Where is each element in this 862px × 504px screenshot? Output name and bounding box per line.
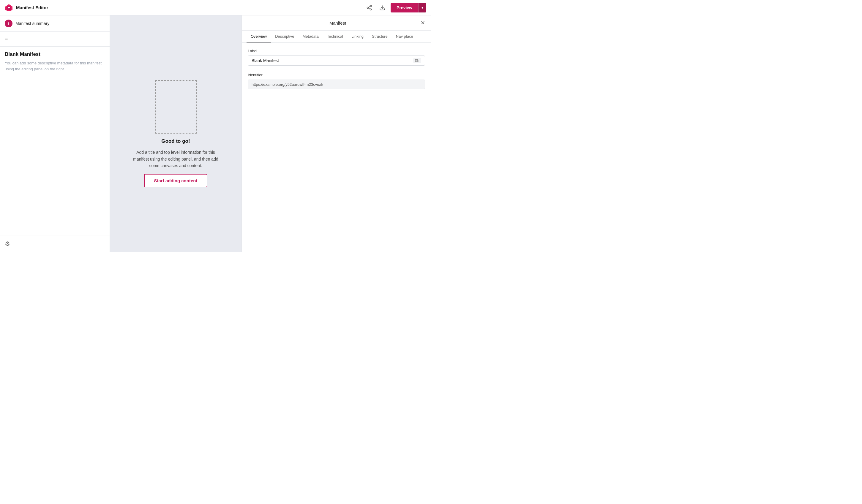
- manifest-name: Blank Manifest: [5, 51, 105, 57]
- app-header: Manifest Editor Preview ▾: [0, 0, 431, 15]
- label-field-label: Label: [248, 49, 425, 53]
- svg-point-4: [367, 7, 369, 8]
- preview-button[interactable]: Preview: [391, 3, 418, 12]
- logo-icon: [5, 3, 13, 12]
- label-field-value: Blank Manifest: [252, 58, 279, 63]
- sidebar-nav-area: ≡: [0, 32, 109, 47]
- panel-body: Label Blank Manifest EN Identifier https…: [242, 43, 431, 252]
- identifier-field-label: Identifier: [248, 73, 425, 77]
- svg-line-6: [368, 8, 370, 9]
- tab-nav-place[interactable]: Nav place: [392, 30, 417, 43]
- identifier-field-value: https://example.org/y52uaruwff-m23cvuak: [248, 80, 425, 89]
- settings-icon[interactable]: ⚙: [5, 240, 10, 247]
- sidebar: i Manifest summary ≡ Blank Manifest You …: [0, 15, 110, 252]
- svg-point-3: [370, 5, 371, 6]
- identifier-field-group: Identifier https://example.org/y52uaruwf…: [248, 73, 425, 89]
- canvas-good-to-go: Good to go!: [161, 138, 190, 144]
- svg-line-7: [368, 6, 370, 7]
- tab-metadata[interactable]: Metadata: [298, 30, 323, 43]
- panel-header: Manifest ✕: [242, 15, 431, 30]
- preview-dropdown-button[interactable]: ▾: [418, 3, 426, 12]
- label-field-group: Label Blank Manifest EN: [248, 49, 425, 66]
- header-right: Preview ▾: [364, 3, 426, 12]
- panel-title: Manifest: [255, 21, 421, 26]
- tab-overview[interactable]: Overview: [247, 30, 271, 43]
- svg-point-5: [370, 9, 371, 10]
- info-icon: i: [5, 19, 12, 27]
- lines-icon[interactable]: ≡: [5, 36, 8, 42]
- download-button[interactable]: [378, 3, 387, 12]
- header-left: Manifest Editor: [5, 3, 48, 12]
- close-icon: ✕: [421, 20, 425, 26]
- close-panel-button[interactable]: ✕: [421, 19, 425, 26]
- sidebar-title: Manifest summary: [15, 21, 49, 26]
- lang-badge: EN: [413, 58, 421, 63]
- main-layout: i Manifest summary ≡ Blank Manifest You …: [0, 15, 431, 252]
- canvas-description: Add a title and top level information fo…: [128, 149, 223, 169]
- tab-structure[interactable]: Structure: [368, 30, 392, 43]
- preview-button-group: Preview ▾: [391, 3, 426, 12]
- canvas-area: Good to go! Add a title and top level in…: [110, 15, 241, 252]
- share-button[interactable]: [364, 3, 374, 12]
- download-icon: [379, 5, 385, 11]
- canvas-placeholder: [155, 80, 197, 134]
- share-icon: [366, 5, 372, 11]
- sidebar-bottom: ⚙: [0, 235, 109, 252]
- sidebar-header: i Manifest summary: [0, 15, 109, 32]
- chevron-down-icon: ▾: [421, 5, 423, 10]
- right-panel: Manifest ✕ Overview Descriptive Metadata…: [241, 15, 431, 252]
- label-field-input[interactable]: Blank Manifest EN: [248, 55, 425, 66]
- tab-linking[interactable]: Linking: [347, 30, 368, 43]
- tab-descriptive[interactable]: Descriptive: [271, 30, 298, 43]
- app-title: Manifest Editor: [16, 5, 48, 10]
- sidebar-content: Blank Manifest You can add some descript…: [0, 47, 109, 235]
- start-adding-content-button[interactable]: Start adding content: [144, 174, 208, 187]
- tab-technical[interactable]: Technical: [323, 30, 347, 43]
- panel-tabs: Overview Descriptive Metadata Technical …: [242, 30, 431, 43]
- manifest-description: You can add some descriptive metadata fo…: [5, 60, 105, 72]
